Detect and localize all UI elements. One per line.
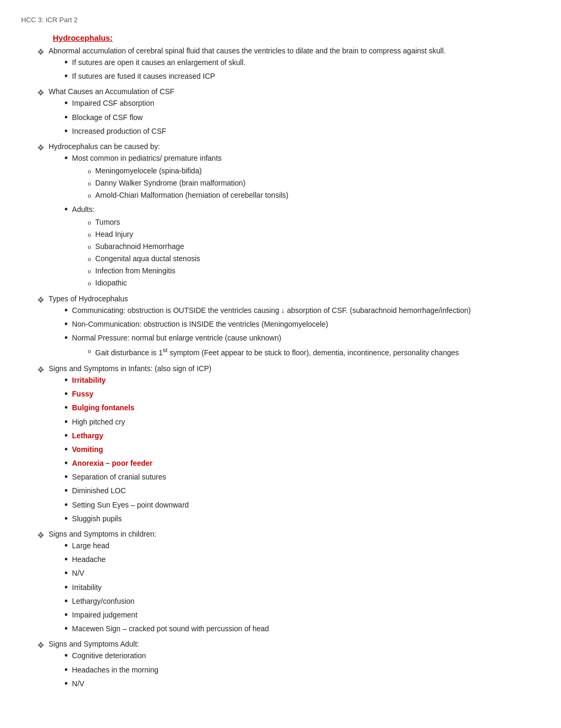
diamond-text-3: Hydrocephalus can be caused by:: [49, 142, 160, 151]
circle-icon: o: [88, 230, 91, 239]
diamond-icon-6: ❖: [37, 530, 44, 540]
bullet-icon: •: [64, 125, 68, 138]
bullet-icon: •: [64, 111, 68, 124]
list-item: o Congenital aqua ductal stenosis: [88, 253, 540, 264]
list-item: • Macewen Sign – cracked pot sound with …: [64, 623, 540, 635]
bullet-icon: •: [64, 471, 68, 484]
item-text: N/V: [72, 678, 540, 689]
diamond-icon-7: ❖: [37, 640, 44, 650]
list-item: • Blockage of CSF flow: [64, 112, 540, 124]
bullet-icon: •: [64, 97, 68, 110]
circle-icon: o: [88, 279, 91, 288]
bullet-icon: •: [64, 416, 68, 429]
list-item: • Irritability: [64, 375, 540, 387]
diamond-text-4: Types of Hydrocephalus: [49, 294, 128, 303]
bullet-icon: •: [64, 304, 68, 317]
diamond-item-3: ❖ Hydrocephalus can be caused by: • Most…: [37, 142, 540, 292]
circle-icon: o: [88, 167, 91, 176]
infants-symptoms-list: • Irritability • Fussy • Bulging fontane…: [64, 375, 540, 526]
bullet-icon: •: [64, 595, 68, 608]
list-item: • Sluggish pupils: [64, 513, 540, 526]
item-text: N/V: [72, 568, 540, 579]
item-text: Lethargy/confusion: [72, 596, 540, 607]
list-item: o Arnold-Chiari Malformation (herniation…: [88, 190, 540, 201]
diamond-text-2: What Causes an Accumulation of CSF: [49, 87, 174, 96]
item-text: Adults:: [72, 205, 95, 214]
diamond-item-2: ❖ What Causes an Accumulation of CSF • I…: [37, 87, 540, 140]
item-text: Headache: [72, 554, 540, 565]
list-item: • Separation of cranial sutures: [64, 472, 540, 484]
bullet-icon: •: [64, 581, 68, 594]
bullet-icon: •: [64, 622, 68, 635]
section-title: Hydrocephalus:: [53, 33, 540, 42]
item-text: High pitched cry: [72, 417, 540, 428]
diamond-text-6: Signs and Symptoms in children:: [49, 530, 156, 538]
bullet-icon: •: [64, 401, 68, 414]
main-list: ❖ Abnormal accumulation of cerebral spin…: [21, 47, 540, 693]
page-header: HCC 3: ICR Part 2: [21, 16, 540, 24]
item-text: Most common in pediatrics/ premature inf…: [72, 154, 221, 162]
list-item: o Tumors: [88, 217, 540, 228]
bullet-icon: •: [64, 567, 68, 580]
list-item: • Headaches in the morning: [64, 665, 540, 677]
bullet-icon: •: [64, 56, 68, 69]
bullet-icon: •: [64, 70, 68, 83]
list-item: • N/V: [64, 678, 540, 690]
list-item: • Anorexia – poor feeder: [64, 458, 540, 470]
bullet-icon: •: [64, 318, 68, 331]
diamond-item-7: ❖ Signs and Symptoms Adult: • Cognitive …: [37, 640, 540, 693]
circle-icon: o: [88, 242, 91, 252]
item-text: Bulging fontanels: [72, 402, 540, 413]
list-item: o Head Injury: [88, 229, 540, 240]
list-item: • Irritability: [64, 582, 540, 594]
item-text: Danny Walker Syndrome (brain malformatio…: [95, 178, 540, 189]
diamond-icon-2: ❖: [37, 88, 44, 98]
list-item: • If sutures are open it causes an enlar…: [64, 57, 540, 69]
item-text: Non-Communication: obstruction is INSIDE…: [72, 320, 328, 328]
bullet-icon: •: [64, 374, 68, 387]
item-text: Diminished LOC: [72, 485, 540, 496]
adult-symptoms-list: • Cognitive deterioration • Headaches in…: [64, 650, 540, 690]
bullet-icon: •: [64, 429, 68, 443]
list-item: o Idiopathic: [88, 278, 540, 289]
list-item: • Communicating: obstruction is OUTSIDE …: [64, 305, 540, 317]
bullet-icon: •: [64, 664, 68, 677]
section-container: Hydrocephalus: ❖ Abnormal accumulation o…: [21, 33, 540, 693]
diamond-icon-4: ❖: [37, 295, 44, 305]
diamond-icon-5: ❖: [37, 365, 44, 375]
list-item: • Bulging fontanels: [64, 402, 540, 414]
item-text: Normal Pressure: normal but enlarge vent…: [72, 334, 281, 342]
diamond-icon-3: ❖: [37, 143, 44, 153]
list-item: • N/V: [64, 568, 540, 580]
item-text: If sutures are fused it causes increased…: [72, 71, 540, 82]
item-text: Setting Sun Eyes – point downward: [72, 500, 540, 511]
bullet-icon: •: [64, 539, 68, 552]
header-title: HCC 3: ICR Part 2: [21, 16, 78, 24]
list-item: • If sutures are fused it causes increas…: [64, 71, 540, 83]
circle-sub-list: o Meningomyelocele (spina-bifida) o Dann…: [88, 165, 540, 201]
list-item: • Diminished LOC: [64, 485, 540, 497]
circle-icon: o: [88, 191, 91, 200]
list-item: • Cognitive deterioration: [64, 650, 540, 662]
item-text: Meningomyelocele (spina-bifida): [95, 165, 540, 177]
bullet-icon: •: [64, 152, 68, 165]
diamond-text-7: Signs and Symptoms Adult:: [49, 640, 139, 648]
diamond-item-4: ❖ Types of Hydrocephalus • Communicating…: [37, 294, 540, 362]
circle-icon: o: [88, 266, 91, 276]
types-list: • Communicating: obstruction is OUTSIDE …: [64, 305, 540, 360]
bullet-icon: •: [64, 553, 68, 566]
item-text: Infection from Meningitis: [95, 265, 540, 277]
bullet-icon: •: [64, 649, 68, 662]
item-text: Communicating: obstruction is OUTSIDE th…: [72, 306, 471, 315]
item-text: Cognitive deterioration: [72, 650, 540, 661]
item-text: Increased production of CSF: [72, 126, 540, 137]
list-item: • High pitched cry: [64, 417, 540, 429]
list-item: o Meningomyelocele (spina-bifida): [88, 165, 540, 177]
circle-icon: o: [88, 346, 91, 356]
diamond-icon-1: ❖: [37, 47, 44, 57]
bullet-icon: •: [64, 484, 68, 497]
bullet-icon: •: [64, 457, 68, 470]
item-text: Impaired judgement: [72, 610, 540, 621]
list-item: o Gait disturbance is 1st symptom (Feet …: [88, 345, 540, 358]
bullet-icon: •: [64, 443, 68, 456]
